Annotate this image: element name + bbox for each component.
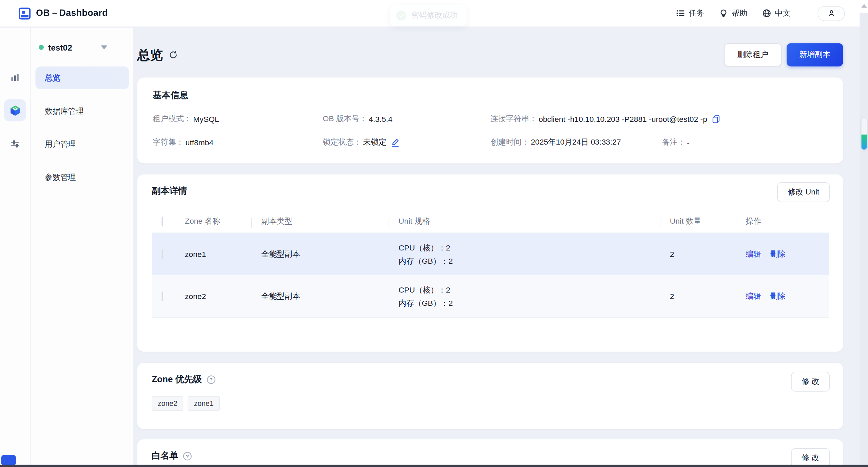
replica-table: Zone 名称 副本类型 Unit 规格 Unit 数量 操作 zone1 全能…: [152, 210, 829, 318]
nav-help-label: 帮助: [732, 8, 748, 18]
replica-table-header: Zone 名称 副本类型 Unit 规格 Unit 数量 操作: [152, 210, 829, 233]
cell-replica-type: 全能型副本: [261, 249, 399, 259]
copy-icon[interactable]: [712, 115, 720, 124]
col-unit-count: Unit 数量: [670, 217, 746, 226]
sidebar-item-label: 数据库管理: [45, 106, 83, 116]
zone-priority-card: Zone 优先级 ? 修 改 zone2 zone1: [137, 363, 843, 429]
scrollbar-track[interactable]: [860, 13, 868, 467]
delete-link[interactable]: 删除: [770, 249, 786, 259]
sidebar-item-user-management[interactable]: 用户管理: [35, 133, 129, 156]
scroll-up-arrow-icon[interactable]: [861, 4, 867, 7]
delete-link[interactable]: 删除: [770, 291, 786, 301]
sidebar: test02 总览 数据库管理 用户管理 参数管理: [31, 28, 133, 467]
nav-help[interactable]: 帮助: [719, 8, 747, 18]
modify-zone-priority-button[interactable]: 修 改: [791, 372, 830, 392]
table-row: zone1 全能型副本 CPU（核）：2 内存（GB）：2 2 编辑 删除: [152, 233, 829, 275]
sidebar-menu: 总览 数据库管理 用户管理 参数管理: [31, 67, 133, 189]
nav-language[interactable]: 中文: [762, 8, 790, 18]
lightbulb-icon: [719, 9, 728, 18]
delete-tenant-button[interactable]: 删除租户: [724, 43, 782, 67]
svg-text:?: ?: [186, 453, 189, 459]
app-viewport: OB－Dashboard 任务: [0, 0, 868, 467]
field-lock-status: 锁定状态： 未锁定: [323, 137, 490, 147]
replica-details-card: 副本详情 修改 Unit Zone 名称 副本类型 Unit 规格 Unit 数…: [137, 174, 843, 352]
toast-message: 密码修改成功: [390, 5, 467, 26]
task-list-icon: [676, 9, 685, 18]
edit-link[interactable]: 编辑: [746, 249, 761, 259]
cell-replica-type: 全能型副本: [261, 291, 399, 301]
field-tenant-mode: 租户模式： MySQL: [153, 114, 323, 124]
whitelist-title: 白名单: [152, 450, 178, 462]
field-connection-string: 连接字符串： obclient -h10.10.10.203 -P2881 -u…: [490, 114, 720, 124]
field-ob-version: OB 版本号： 4.3.5.4: [323, 114, 490, 124]
toast-text: 密码修改成功: [411, 11, 458, 20]
nav-language-label: 中文: [775, 8, 791, 18]
field-created-time: 创建时间： 2025年10月24日 03:33:27: [490, 137, 662, 147]
bar-chart-icon: [9, 72, 21, 83]
modify-unit-button[interactable]: 修改 Unit: [777, 182, 830, 202]
table-row: zone2 全能型副本 CPU（核）：2 内存（GB）：2 2 编辑 删除: [152, 275, 829, 318]
sidebar-item-overview[interactable]: 总览: [35, 67, 129, 89]
zone-priority-tags: zone2 zone1: [152, 396, 829, 411]
app-stage: OB－Dashboard 任务: [0, 0, 868, 467]
icon-rail: [0, 28, 31, 467]
cell-actions: 编辑 删除: [746, 249, 829, 259]
cell-actions: 编辑 删除: [746, 291, 829, 301]
field-charset: 字符集： utf8mb4: [153, 137, 323, 147]
brand-title: OB－Dashboard: [36, 7, 108, 19]
page-actions: 删除租户 新增副本: [724, 43, 843, 67]
cell-zone-name: zone1: [185, 250, 261, 259]
tenant-cube-icon: [8, 104, 21, 117]
basic-info-title: 基本信息: [153, 90, 827, 101]
whitelist-card: 白名单 ? 修 改: [137, 439, 843, 467]
zone-tag: zone1: [188, 396, 220, 411]
header-nav: 任务 帮助 中文: [676, 6, 845, 21]
tenant-selector[interactable]: test02: [39, 43, 133, 52]
sidebar-item-label: 用户管理: [45, 139, 76, 149]
rail-tenant-item-active[interactable]: [4, 99, 26, 121]
field-remark: 备注： -: [662, 137, 690, 147]
nav-tasks[interactable]: 任务: [676, 8, 704, 18]
zone-priority-title: Zone 优先级: [152, 374, 202, 386]
edit-pencil-icon[interactable]: [391, 138, 400, 147]
globe-icon: [762, 9, 771, 18]
sidebar-item-database-management[interactable]: 数据库管理: [35, 100, 129, 123]
ob-logo-icon: [18, 7, 31, 20]
sidebar-item-label: 总览: [45, 73, 60, 83]
user-avatar-button[interactable]: [817, 6, 845, 21]
svg-text:?: ?: [209, 377, 212, 382]
cell-zone-name: zone2: [185, 292, 261, 301]
sliders-icon: [9, 138, 21, 149]
rail-metrics-item[interactable]: [4, 66, 26, 88]
modify-whitelist-button[interactable]: 修 改: [791, 448, 830, 467]
basic-info-card: 基本信息 租户模式： MySQL OB 版本号： 4.3.5.4 连接字符串： …: [137, 77, 843, 163]
page-header: 总览 删除租户 新增副本: [137, 43, 843, 67]
scrollbar-thumb[interactable]: [861, 118, 867, 150]
select-all-checkbox[interactable]: [162, 217, 163, 226]
question-circle-icon[interactable]: ?: [183, 451, 192, 461]
basic-info-fields: 租户模式： MySQL OB 版本号： 4.3.5.4 连接字符串： obcli…: [153, 113, 827, 148]
user-icon: [827, 9, 835, 18]
row-checkbox[interactable]: [162, 291, 163, 301]
sidebar-item-parameter-management[interactable]: 参数管理: [35, 166, 129, 189]
brand: OB－Dashboard: [18, 7, 108, 20]
add-replica-button[interactable]: 新增副本: [787, 43, 843, 67]
floating-assistant-badge[interactable]: [1, 455, 16, 466]
col-replica-type: 副本类型: [261, 217, 399, 226]
cell-unit-count: 2: [670, 292, 746, 301]
tenant-name: test02: [48, 43, 72, 52]
zone-tag: zone2: [152, 396, 184, 411]
col-actions: 操作: [746, 217, 829, 226]
row-checkbox[interactable]: [162, 249, 163, 259]
cell-unit-spec: CPU（核）：2 内存（GB）：2: [399, 283, 670, 310]
rail-parameters-item[interactable]: [4, 132, 26, 154]
refresh-icon[interactable]: [169, 51, 178, 59]
question-circle-icon[interactable]: ?: [206, 375, 216, 385]
edit-link[interactable]: 编辑: [746, 291, 761, 301]
main-content: 总览 删除租户 新增副本 基本信息 租户模式： MySQL: [133, 27, 860, 467]
cell-unit-spec: CPU（核）：2 内存（GB）：2: [399, 241, 670, 267]
success-check-icon: [397, 11, 406, 20]
replica-details-title: 副本详情: [152, 186, 829, 197]
tenant-status-dot: [39, 45, 44, 50]
page-title: 总览: [137, 46, 163, 63]
